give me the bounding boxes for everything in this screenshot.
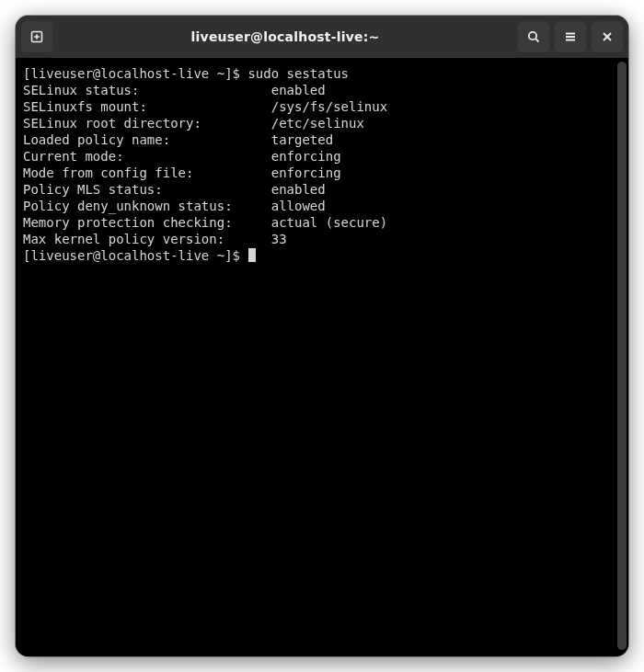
output-line: Max kernel policy version: 33 bbox=[23, 231, 612, 247]
menu-button[interactable] bbox=[555, 21, 586, 52]
titlebar: liveuser@localhost-live:~ bbox=[16, 16, 628, 58]
cursor bbox=[248, 248, 256, 262]
titlebar-right-group bbox=[518, 21, 623, 52]
hamburger-menu-icon bbox=[563, 29, 578, 44]
titlebar-left-group bbox=[21, 21, 52, 52]
command: sudo sestatus bbox=[247, 66, 349, 81]
new-tab-icon bbox=[29, 29, 44, 44]
output-line: Current mode: enforcing bbox=[23, 148, 612, 165]
search-icon bbox=[526, 29, 541, 44]
scrollbar-track[interactable] bbox=[615, 58, 628, 656]
prompt-line: [liveuser@localhost-live ~]$ bbox=[23, 247, 612, 264]
search-button[interactable] bbox=[518, 21, 549, 52]
output-line: Policy MLS status: enabled bbox=[23, 181, 612, 198]
output-line: Memory protection checking: actual (secu… bbox=[23, 214, 612, 231]
new-tab-button[interactable] bbox=[21, 21, 52, 52]
output-line: SELinux status: enabled bbox=[23, 82, 612, 98]
terminal-output[interactable]: [liveuser@localhost-live ~]$ sudo sestat… bbox=[16, 58, 615, 656]
svg-point-3 bbox=[529, 32, 536, 40]
output-line: Mode from config file: enforcing bbox=[23, 165, 612, 181]
close-icon bbox=[600, 29, 615, 44]
output-line: Policy deny_unknown status: allowed bbox=[23, 198, 612, 214]
scrollbar-thumb[interactable] bbox=[617, 62, 627, 650]
output-line: Loaded policy name: targeted bbox=[23, 131, 612, 148]
terminal-body-wrap: [liveuser@localhost-live ~]$ sudo sestat… bbox=[16, 58, 628, 656]
output-line: SELinuxfs mount: /sys/fs/selinux bbox=[23, 98, 612, 115]
close-button[interactable] bbox=[592, 21, 623, 52]
window-title: liveuser@localhost-live:~ bbox=[52, 29, 518, 44]
shell-prompt: [liveuser@localhost-live ~]$ bbox=[23, 66, 247, 81]
output-line: SELinux root directory: /etc/selinux bbox=[23, 115, 612, 131]
shell-prompt: [liveuser@localhost-live ~]$ bbox=[23, 248, 247, 263]
prompt-line: [liveuser@localhost-live ~]$ sudo sestat… bbox=[23, 65, 612, 82]
terminal-window: liveuser@localhost-live:~ bbox=[16, 16, 628, 656]
svg-line-4 bbox=[535, 39, 538, 41]
